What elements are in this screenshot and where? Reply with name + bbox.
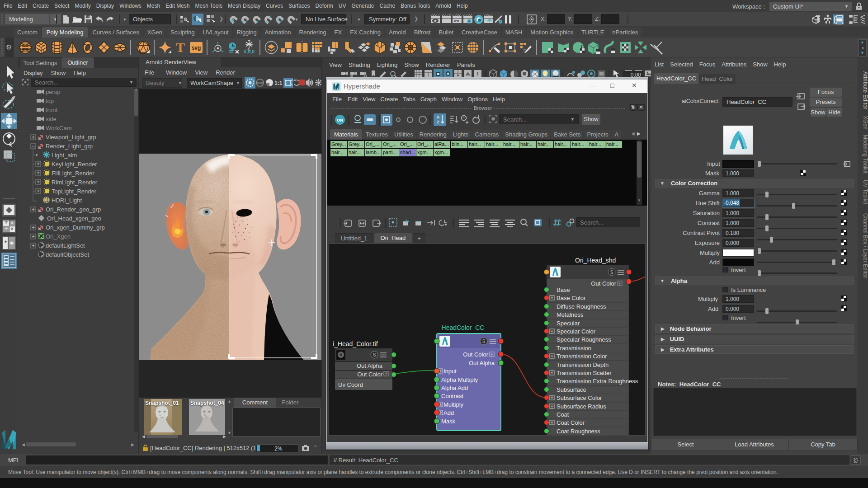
svg-text:Transmission Scatter: Transmission Scatter bbox=[557, 370, 612, 376]
svg-text:MAYA: MAYA bbox=[335, 89, 339, 91]
svg-text:Uv Coord: Uv Coord bbox=[338, 381, 363, 388]
svg-text:Coat Color: Coat Color bbox=[557, 419, 585, 426]
svg-text:A: A bbox=[437, 115, 440, 119]
svg-text:Diffuse Roughness: Diffuse Roughness bbox=[557, 303, 606, 310]
svg-text:Contrast: Contrast bbox=[441, 393, 464, 399]
svg-text:Add: Add bbox=[443, 409, 454, 416]
svg-text:Out Alpha: Out Alpha bbox=[469, 360, 495, 366]
svg-text:Specular Roughness: Specular Roughness bbox=[557, 336, 611, 343]
svg-text:IPR: IPR bbox=[454, 19, 459, 23]
svg-text:S: S bbox=[373, 352, 376, 357]
svg-text:Base: Base bbox=[557, 286, 570, 293]
svg-text:Alpha Add: Alpha Add bbox=[441, 385, 468, 391]
svg-text:Base Color: Base Color bbox=[557, 295, 586, 301]
svg-text:Metalness: Metalness bbox=[557, 311, 584, 318]
svg-text:Out Alpha: Out Alpha bbox=[357, 362, 383, 369]
svg-text:Transmission: Transmission bbox=[557, 345, 591, 352]
svg-text:i_Head_Color.tif: i_Head_Color.tif bbox=[333, 340, 378, 347]
svg-text:Ori_Head_shd: Ori_Head_shd bbox=[575, 257, 616, 264]
svg-text:Coat Roughness: Coat Roughness bbox=[557, 428, 600, 435]
svg-text:Transmission Extra Roughness: Transmission Extra Roughness bbox=[557, 378, 638, 385]
svg-text:ON: ON bbox=[337, 118, 343, 122]
svg-text:Subsurface Color: Subsurface Color bbox=[557, 394, 602, 401]
svg-text:Z: Z bbox=[437, 120, 439, 124]
svg-text:Out Color: Out Color bbox=[591, 280, 616, 287]
svg-text:Specular Color: Specular Color bbox=[557, 328, 596, 335]
svg-text:Out Color: Out Color bbox=[463, 351, 488, 358]
svg-text:Specular: Specular bbox=[557, 320, 580, 327]
svg-text:Mask: Mask bbox=[441, 418, 456, 425]
svg-text:S: S bbox=[610, 270, 613, 275]
svg-text:Alpha Multiply: Alpha Multiply bbox=[441, 376, 478, 383]
svg-text:Subsurface Radius: Subsurface Radius bbox=[557, 403, 606, 410]
svg-text:Transmission Color: Transmission Color bbox=[557, 353, 607, 360]
svg-text:S: S bbox=[482, 339, 486, 344]
svg-text:Transmission Depth: Transmission Depth bbox=[557, 361, 609, 368]
svg-text:HeadColor_CC: HeadColor_CC bbox=[442, 324, 485, 331]
svg-text:Out Color: Out Color bbox=[357, 371, 382, 378]
svg-text:Coat: Coat bbox=[557, 411, 569, 418]
svg-text:Subsurface: Subsurface bbox=[557, 386, 586, 393]
svg-text:1:1: 1:1 bbox=[274, 80, 283, 86]
svg-text:T: T bbox=[476, 71, 479, 76]
svg-text:RGB: RGB bbox=[257, 82, 263, 84]
svg-text:Input: Input bbox=[443, 368, 457, 375]
svg-text:Multiply: Multiply bbox=[443, 401, 464, 408]
